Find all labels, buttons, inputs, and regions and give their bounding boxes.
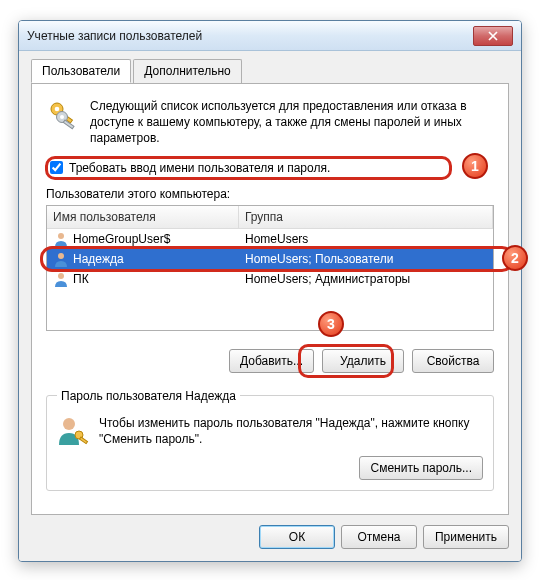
user-list[interactable]: Имя пользователя Группа HomeGroupUser$ H… bbox=[46, 205, 494, 331]
require-credentials-text: Требовать ввод имени пользователя и паро… bbox=[69, 161, 330, 175]
user-list-header: Имя пользователя Группа bbox=[47, 206, 493, 229]
user-list-wrapper: Имя пользователя Группа HomeGroupUser$ H… bbox=[46, 205, 494, 331]
close-button[interactable] bbox=[473, 26, 513, 46]
apply-button[interactable]: Применить bbox=[423, 525, 509, 549]
cell-username: HomeGroupUser$ bbox=[73, 232, 170, 246]
tab-users[interactable]: Пользователи bbox=[31, 59, 131, 83]
annotation-marker-2: 2 bbox=[502, 245, 528, 271]
titlebar[interactable]: Учетные записи пользователей bbox=[19, 21, 521, 51]
user-icon bbox=[53, 231, 69, 247]
require-credentials-label[interactable]: Требовать ввод имени пользователя и паро… bbox=[46, 159, 494, 177]
close-icon bbox=[488, 31, 498, 41]
user-list-label: Пользователи этого компьютера: bbox=[46, 187, 494, 201]
svg-point-1 bbox=[55, 107, 60, 112]
remove-button[interactable]: Удалить bbox=[322, 349, 404, 373]
properties-button[interactable]: Свойства bbox=[412, 349, 494, 373]
col-header-group[interactable]: Группа bbox=[239, 206, 493, 228]
cell-group: HomeUsers bbox=[245, 232, 308, 246]
dialog-buttons: ОК Отмена Применить bbox=[31, 525, 509, 549]
tab-advanced[interactable]: Дополнительно bbox=[133, 59, 241, 83]
cell-username: Надежда bbox=[73, 252, 124, 266]
table-row[interactable]: HomeGroupUser$ HomeUsers bbox=[47, 229, 493, 249]
change-password-button[interactable]: Сменить пароль... bbox=[359, 456, 483, 480]
add-button[interactable]: Добавить... bbox=[229, 349, 314, 373]
keys-icon bbox=[46, 98, 80, 132]
intro-text: Следующий список используется для предос… bbox=[90, 98, 494, 147]
table-row[interactable]: Надежда HomeUsers; Пользователи bbox=[47, 249, 493, 269]
window-title: Учетные записи пользователей bbox=[27, 29, 473, 43]
user-accounts-dialog: Учетные записи пользователей Пользовател… bbox=[18, 20, 522, 562]
intro-block: Следующий список используется для предос… bbox=[46, 98, 494, 147]
user-key-icon bbox=[57, 415, 89, 447]
tab-pane-users: Следующий список используется для предос… bbox=[31, 83, 509, 515]
cell-username: ПК bbox=[73, 272, 89, 286]
cancel-button[interactable]: Отмена bbox=[341, 525, 417, 549]
user-buttons-row: Добавить... Удалить Свойства 3 bbox=[46, 349, 494, 373]
user-icon bbox=[53, 271, 69, 287]
svg-point-6 bbox=[58, 233, 64, 239]
table-row[interactable]: ПК HomeUsers; Администраторы bbox=[47, 269, 493, 289]
cell-group: HomeUsers; Пользователи bbox=[245, 252, 393, 266]
tab-strip: Пользователи Дополнительно bbox=[31, 59, 509, 84]
ok-button[interactable]: ОК bbox=[259, 525, 335, 549]
col-header-username[interactable]: Имя пользователя bbox=[47, 206, 239, 228]
cell-group: HomeUsers; Администраторы bbox=[245, 272, 410, 286]
dialog-body: Пользователи Дополнительно Следующий спи… bbox=[19, 51, 521, 561]
require-credentials-row: Требовать ввод имени пользователя и паро… bbox=[46, 159, 494, 177]
password-text: Чтобы изменить пароль пользователя "Наде… bbox=[99, 415, 483, 449]
user-icon bbox=[53, 251, 69, 267]
require-credentials-checkbox[interactable] bbox=[50, 161, 63, 174]
svg-point-4 bbox=[60, 115, 64, 119]
password-groupbox: Пароль пользователя Надежда Чтобы измени… bbox=[46, 389, 494, 492]
svg-point-9 bbox=[63, 418, 75, 430]
svg-point-7 bbox=[58, 253, 64, 259]
password-legend: Пароль пользователя Надежда bbox=[57, 389, 240, 403]
svg-rect-11 bbox=[80, 437, 88, 444]
svg-point-8 bbox=[58, 273, 64, 279]
